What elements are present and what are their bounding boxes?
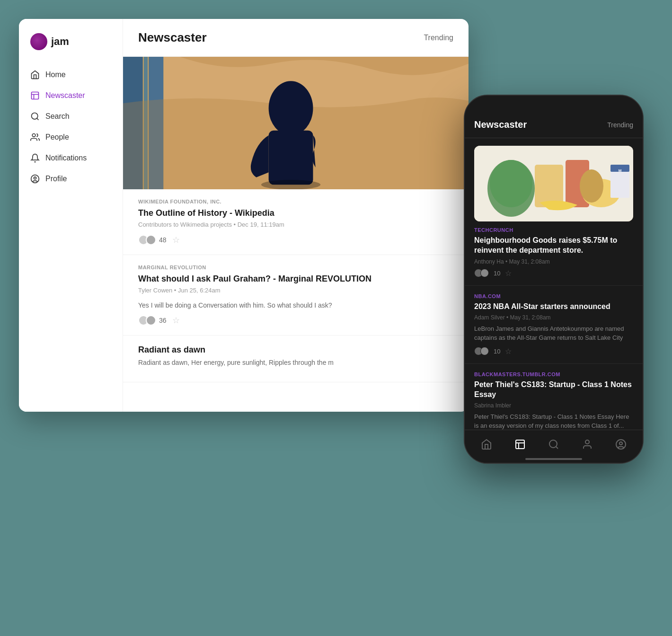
svg-line-30 [556,446,558,448]
sidebar-people-label: People [45,133,69,141]
svg-point-18 [490,160,532,207]
logo-icon [30,33,47,50]
feed-title-3[interactable]: Radiant as dawn [138,345,453,355]
phone-excerpt-3: Peter Thiel's CS183: Startup - Class 1 N… [474,413,633,430]
phone-meta-2: Adam Silver • May 31, 2:08am [474,314,633,321]
svg-point-31 [585,440,589,444]
reaction-group-2[interactable]: 36 [138,315,167,326]
sidebar-item-home[interactable]: Home [19,64,123,85]
phone-bookmark-1[interactable]: ☆ [505,269,512,278]
svg-point-15 [261,180,320,189]
feed-item-1[interactable]: WIKIMEDIA FOUNDATION, INC. The Outline o… [123,57,469,255]
sidebar-search-label: Search [45,112,70,121]
svg-text:M: M [619,168,622,173]
sidebar: jam Home Newscaster [19,19,123,412]
phone-notch [523,96,584,111]
phone-home-indicator [525,458,582,460]
feed-actions-1: 48 ☆ [138,235,453,245]
svg-point-33 [619,442,622,445]
phone-nav-people[interactable] [580,437,594,451]
app-logo: jam [19,33,123,64]
sidebar-item-notifications[interactable]: Notifications [19,148,123,168]
svg-rect-0 [32,92,39,99]
phone-nav-home[interactable] [479,437,494,451]
phone-nav-newscaster[interactable] [513,437,527,451]
feed-meta-1: Contributors to Wikimedia projects • Dec… [138,221,453,228]
phone-title-3[interactable]: Peter Thiel's CS183: Startup - Class 1 N… [474,380,633,400]
feed-item-1-content: WIKIMEDIA FOUNDATION, INC. The Outline o… [123,189,469,255]
reaction-avatar [146,315,156,326]
feed-actions-2: 36 ☆ [138,315,453,326]
phone-nav-profile[interactable] [614,437,628,451]
phone-screen: Newscaster Trending [465,96,643,463]
phone-source-2: NBA.COM [474,293,633,299]
svg-point-3 [32,113,38,119]
phone-reaction-count-2: 10 [494,348,500,355]
feed-meta-2: Tyler Cowen • Jun 25, 6:24am [138,287,453,294]
phone-actions-2: 10 ☆ [474,347,633,356]
feed-excerpt-3: Radiant as dawn, Her energy, pure sunlig… [138,358,453,368]
phone-title-2[interactable]: 2023 NBA All-Star starters announced [474,302,633,312]
feed-source-2: MARGINAL REVOLUTION [138,265,453,270]
svg-rect-26 [516,440,524,449]
bookmark-icon-1[interactable]: ☆ [172,235,180,245]
feed-title-2[interactable]: What should I ask Paul Graham? - Margina… [138,274,453,284]
sidebar-home-label: Home [45,71,66,79]
svg-line-4 [37,118,39,120]
svg-point-7 [34,177,36,179]
feed-source-1: WIKIMEDIA FOUNDATION, INC. [138,199,453,204]
bell-icon [30,153,40,163]
main-header: Newscaster Trending [123,19,469,57]
bookmark-icon-2[interactable]: ☆ [172,315,180,326]
feed-item-image-1 [123,57,469,189]
phone-reaction-avatars-2 [474,347,489,355]
phone-nav-search[interactable] [547,437,561,451]
phone-reaction-avatars-1 [474,269,489,277]
newscaster-icon [30,91,40,100]
desktop-window: jam Home Newscaster [19,19,469,412]
phone-feed-item-1[interactable]: M TECHCRUNCH Neighbourhood Goods raises … [465,138,643,286]
reaction-group-1[interactable]: 48 [138,235,167,245]
phone-meta-1: Anthony Ha • May 31, 2:08am [474,258,633,265]
phone-reaction-count-1: 10 [494,270,500,277]
feed-title-1[interactable]: The Outline of History - Wikipedia [138,208,453,218]
search-icon [30,112,40,121]
sidebar-item-profile[interactable]: Profile [19,168,123,189]
reaction-count-1: 48 [159,236,167,244]
groceries-image: M [474,146,633,221]
trending-button[interactable]: Trending [424,34,453,42]
sidebar-newscaster-label: Newscaster [45,91,85,100]
feed-item-3[interactable]: Radiant as dawn Radiant as dawn, Her ene… [123,336,469,382]
people-icon [30,132,40,142]
phone-meta-3: Sabrina Imbler [474,402,633,409]
reaction-avatars-1 [138,235,156,245]
phone-source-1: TECHCRUNCH [474,227,633,233]
phone-reaction-avatar [480,269,489,277]
sidebar-item-newscaster[interactable]: Newscaster [19,85,123,106]
phone-source-3: BLACKMASTERS.TUMBLR.COM [474,371,633,377]
feed-excerpt-2: Yes I will be doing a Conversation with … [138,300,453,310]
phone-trending-button[interactable]: Trending [607,121,633,129]
profile-icon [30,174,40,184]
phone-bookmark-2[interactable]: ☆ [505,347,512,356]
phone-feed-item-2[interactable]: NBA.COM 2023 NBA All-Star starters annou… [465,286,643,364]
sidebar-item-search[interactable]: Search [19,106,123,127]
phone-reaction-avatar [480,347,489,355]
svg-rect-14 [269,131,313,185]
feed-item-2[interactable]: MARGINAL REVOLUTION What should I ask Pa… [123,255,469,336]
svg-point-22 [580,169,603,203]
phone-title-1[interactable]: Neighbourhood Goods raises $5.75M to rei… [474,236,633,256]
sidebar-notifications-label: Notifications [45,154,87,162]
phone-page-title: Newscaster [474,119,527,130]
phone-actions-1: 10 ☆ [474,269,633,278]
phone-feed: M TECHCRUNCH Neighbourhood Goods raises … [465,138,643,463]
svg-point-29 [549,440,557,448]
phone-feed-image-1: M [474,146,633,221]
reaction-avatars-2 [138,315,156,326]
svg-point-13 [269,81,313,135]
sidebar-item-people[interactable]: People [19,127,123,148]
svg-point-5 [32,134,35,137]
logo-text: jam [51,35,69,48]
main-content: Newscaster Trending [123,19,469,412]
home-icon [30,70,40,80]
